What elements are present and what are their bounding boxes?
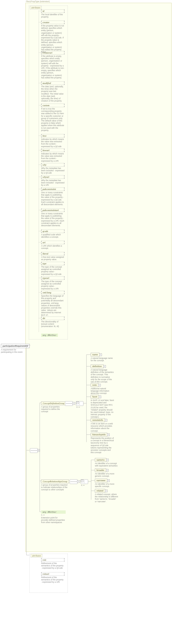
connectors-3 xyxy=(0,0,172,644)
diagram-root: Flex1PropType (extension) participationR… xyxy=(0,0,172,644)
